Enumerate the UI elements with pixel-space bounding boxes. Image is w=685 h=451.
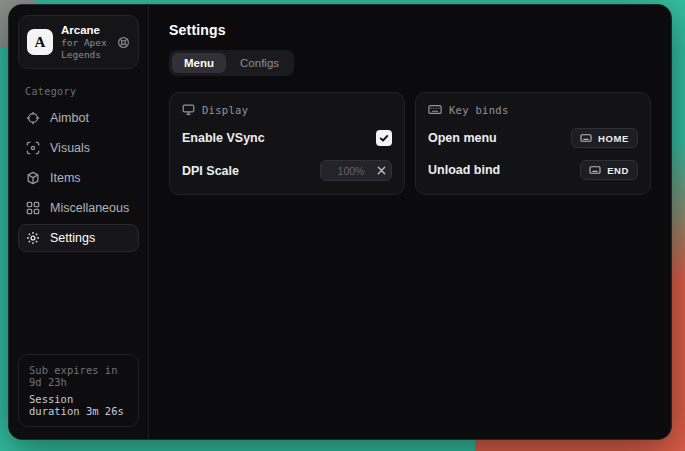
sub-expiry-text: Sub expires in 9d 23h <box>29 364 128 388</box>
layout-grid-icon <box>26 201 40 215</box>
open-menu-row: Open menu HOME <box>428 128 638 148</box>
brand-logo-icon: A <box>27 29 53 55</box>
sidebar-item-aimbot[interactable]: Aimbot <box>18 104 139 132</box>
keyboard-icon <box>428 103 442 116</box>
keybinds-card-title: Key binds <box>449 104 509 116</box>
unload-keybind-button[interactable]: END <box>580 160 638 180</box>
brand-card: A Arcane for Apex Legends <box>18 15 139 69</box>
open-menu-keybind-button[interactable]: HOME <box>571 128 638 148</box>
session-duration-text: Session duration 3m 26s <box>29 393 128 417</box>
clear-x-icon[interactable] <box>377 166 386 175</box>
sidebar-nav: Aimbot Visuals Items <box>18 104 139 252</box>
vsync-label: Enable VSync <box>182 131 265 145</box>
dpi-scale-input[interactable]: 100% <box>320 160 392 181</box>
brand-name: Arcane <box>61 23 109 37</box>
support-lifebuoy-icon[interactable] <box>117 36 130 49</box>
brand-text: Arcane for Apex Legends <box>61 23 109 61</box>
sidebar-item-label: Settings <box>50 231 95 245</box>
sidebar-item-label: Items <box>50 171 81 185</box>
monitor-icon <box>182 103 195 116</box>
sidebar-spacer <box>18 252 139 354</box>
sidebar-item-label: Aimbot <box>50 111 89 125</box>
sidebar-item-items[interactable]: Items <box>18 164 139 192</box>
sidebar-item-visuals[interactable]: Visuals <box>18 134 139 162</box>
page-title: Settings <box>169 22 651 38</box>
display-card: Display Enable VSync DPI Scale 100% <box>169 92 405 195</box>
unload-bind-label: Unload bind <box>428 163 500 177</box>
checkmark-icon <box>379 133 389 143</box>
crosshair-icon <box>26 111 40 125</box>
cards-row: Display Enable VSync DPI Scale 100% <box>169 92 651 195</box>
sidebar-item-settings[interactable]: Settings <box>18 224 139 252</box>
tab-configs[interactable]: Configs <box>228 53 291 73</box>
keyboard-icon <box>589 165 601 175</box>
main-content: Settings Menu Configs Display Enable VSy… <box>149 5 671 439</box>
display-card-title: Display <box>202 104 248 116</box>
gear-icon <box>26 231 40 245</box>
sidebar-item-miscellaneous[interactable]: Miscellaneous <box>18 194 139 222</box>
keyboard-icon <box>580 133 592 143</box>
session-card: Sub expires in 9d 23h Session duration 3… <box>18 354 139 427</box>
package-icon <box>26 171 40 185</box>
sidebar-item-label: Miscellaneous <box>50 201 129 215</box>
keybinds-card-header: Key binds <box>428 103 638 116</box>
scan-eye-icon <box>26 141 40 155</box>
unload-bind-row: Unload bind END <box>428 160 638 180</box>
sidebar-item-label: Visuals <box>50 141 90 155</box>
open-menu-key-label: HOME <box>598 133 629 144</box>
vsync-checkbox[interactable] <box>376 130 392 146</box>
brand-subtitle: for Apex Legends <box>61 37 109 61</box>
dpi-row: DPI Scale 100% <box>182 160 392 181</box>
unload-key-label: END <box>607 165 629 176</box>
display-card-header: Display <box>182 103 392 116</box>
sidebar: A Arcane for Apex Legends Category <box>9 5 149 439</box>
vsync-row: Enable VSync <box>182 128 392 148</box>
app-window: A Arcane for Apex Legends Category <box>8 4 672 440</box>
open-menu-label: Open menu <box>428 131 497 145</box>
category-label: Category <box>25 86 132 97</box>
dpi-label: DPI Scale <box>182 164 239 178</box>
dpi-scale-value: 100% <box>329 165 373 177</box>
keybinds-card: Key binds Open menu HOME Unload bin <box>415 92 651 195</box>
tab-menu[interactable]: Menu <box>172 53 226 73</box>
tab-bar: Menu Configs <box>169 50 294 76</box>
